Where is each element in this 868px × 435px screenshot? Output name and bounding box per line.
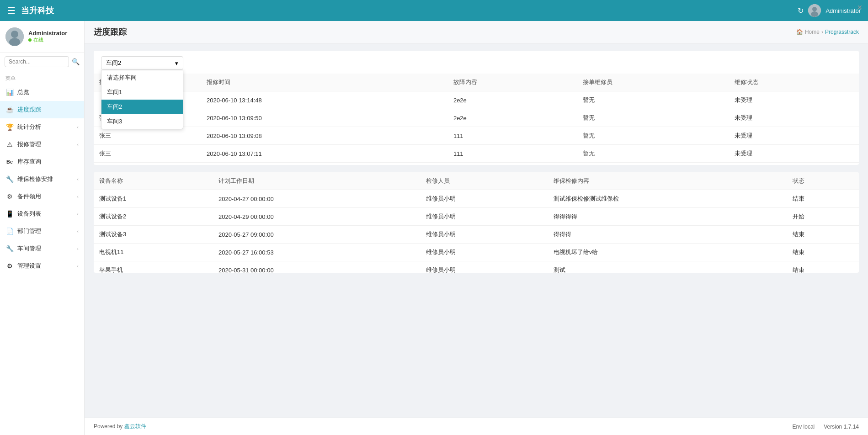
repair-cell-repairman: 暂无: [577, 109, 729, 127]
sidebar-item-maintenance[interactable]: 🔧 维保检修安排 ‹: [0, 170, 84, 188]
maint-cell-person: 维修员小明: [421, 226, 548, 244]
repair-col-content: 故障内容: [448, 74, 578, 91]
sidebar-user-info: Administrator 在线: [28, 30, 67, 43]
maint-cell-date: 2020-05-27 16:00:53: [213, 244, 421, 261]
sidebar-item-dept[interactable]: 📄 部门管理 ‹: [0, 223, 84, 240]
status-dot: [28, 38, 32, 42]
repair-table-row: 2020-06-10 13:14:48 2e2e 暂无 未受理: [94, 91, 859, 109]
repair-cell-time: 2020-06-10 13:09:08: [201, 127, 448, 145]
hamburger-icon[interactable]: ☰: [7, 5, 16, 16]
workshop-dropdown-arrow: ▾: [175, 60, 178, 67]
breadcrumb-sep: ›: [821, 29, 823, 35]
svg-point-4: [11, 31, 18, 38]
workshop-select-button[interactable]: 车间2 ▾: [101, 56, 183, 70]
maint-cell-date: 2020-05-31 00:00:00: [213, 261, 421, 273]
sidebar-label-maintenance: 维保检修安排: [17, 175, 53, 183]
sidebar-username: Administrator: [28, 30, 67, 37]
sidebar-label-stats: 统计分析: [17, 123, 41, 131]
maint-col-person: 检修人员: [421, 172, 548, 190]
maint-cell-device: 测试设备2: [94, 208, 213, 226]
maint-cell-date: 2020-04-27 00:00:00: [213, 190, 421, 208]
page-title: 进度跟踪: [94, 27, 127, 37]
repair-table-row: 张三 2020-06-10 13:09:08 111 暂无 未受理: [94, 127, 859, 145]
dept-chevron-icon: ‹: [77, 228, 79, 234]
sidebar-item-parts[interactable]: ⚙ 备件领用 ‹: [0, 188, 84, 205]
parts-chevron-icon: ‹: [77, 194, 79, 199]
repair-cell-content: 111: [448, 145, 578, 163]
sidebar-item-workshop[interactable]: 🔧 车间管理 ‹: [0, 240, 84, 257]
sidebar-item-settings[interactable]: ⚙ 管理设置 ‹: [0, 257, 84, 275]
sidebar-item-progress[interactable]: ☕ 进度跟踪: [0, 101, 84, 118]
repair-cell-repairman: 暂无: [577, 145, 729, 163]
stats-icon: 🏆: [5, 123, 14, 131]
maint-cell-date: 2020-04-29 00:00:00: [213, 208, 421, 226]
maint-cell-device: 测试设备3: [94, 226, 213, 244]
sidebar-item-stats[interactable]: 🏆 统计分析 ‹: [0, 118, 84, 136]
sidebar-label-dept: 部门管理: [17, 227, 41, 235]
sidebar-status: 在线: [28, 37, 67, 43]
main-layout: Administrator 在线 🔍 菜单 📊 总览 ☕ 进度跟踪: [0, 21, 868, 435]
repair-chevron-icon: ‹: [77, 142, 79, 147]
sidebar-item-repair[interactable]: ⚠ 报修管理 ‹: [0, 136, 84, 153]
svg-point-2: [811, 11, 818, 17]
sidebar-item-progress-left: ☕ 进度跟踪: [5, 106, 41, 114]
repair-table-row: 张三 2020-06-10 13:01:30 111 暂无 未受理: [94, 163, 859, 165]
maint-cell-content: 电视机坏了给v给: [548, 244, 788, 261]
progress-icon: ☕: [5, 106, 14, 113]
maint-cell-content: 得得得: [548, 226, 788, 244]
footer-powered: Powered by 鑫云软件: [94, 423, 146, 430]
maintenance-table-row: 测试设备1 2020-04-27 00:00:00 维修员小明 测试维保检修测试…: [94, 190, 859, 208]
sidebar-item-settings-left: ⚙ 管理设置: [5, 262, 41, 270]
repair-col-repairman: 接单维修员: [577, 74, 729, 91]
repair-card: — ✕ 车间2 ▾ 请选择车间 车间1 车间2 车间3: [94, 51, 859, 165]
maint-cell-date: 2020-05-27 09:00:00: [213, 226, 421, 244]
maintenance-table-scroll[interactable]: 设备名称 计划工作日期 检修人员 维保检修内容 状态 测试设备1 2020-04…: [94, 172, 859, 273]
sidebar-label-workshop: 车间管理: [17, 244, 41, 253]
workshop-dropdown: 请选择车间 车间1 车间2 车间3: [101, 70, 183, 129]
search-icon[interactable]: 🔍: [72, 58, 80, 65]
breadcrumb-current: Prograsstrack: [825, 29, 859, 35]
repair-cell-content: 111: [448, 127, 578, 145]
sidebar-user-section: Administrator 在线: [0, 21, 84, 53]
sidebar-item-inventory[interactable]: Be 库存查询: [0, 153, 84, 170]
refresh-icon[interactable]: ↻: [798, 6, 804, 15]
footer-powered-text: Powered by: [94, 423, 124, 430]
devices-icon: 📱: [5, 210, 14, 218]
sidebar-label-dashboard: 总览: [17, 88, 29, 96]
repair-table-scroll[interactable]: 报修人 报修时间 故障内容 接单维修员 维修状态 2020-06-10 13:1…: [94, 74, 859, 165]
maintenance-icon: 🔧: [5, 175, 14, 183]
repair-cell-status: 未受理: [729, 91, 859, 109]
dropdown-option-2[interactable]: 车间2: [101, 100, 183, 114]
sidebar-item-inventory-left: Be 库存查询: [5, 158, 41, 166]
sidebar-item-maintenance-left: 🔧 维保检修安排: [5, 175, 53, 183]
breadcrumb: 🏠 Home › Prograsstrack: [796, 29, 859, 35]
dropdown-option-1[interactable]: 车间1: [101, 85, 183, 100]
repair-table-wrapper: 报修人 报修时间 故障内容 接单维修员 维修状态 2020-06-10 13:1…: [94, 74, 859, 165]
sidebar-item-devices[interactable]: 📱 设备列表 ‹: [0, 205, 84, 223]
repair-cell-time: 2020-06-10 13:07:11: [201, 145, 448, 163]
repair-cell-repairman: 暂无: [577, 163, 729, 165]
maintenance-table-wrapper: 设备名称 计划工作日期 检修人员 维保检修内容 状态 测试设备1 2020-04…: [94, 172, 859, 273]
repair-cell-time: 2020-06-10 13:14:48: [201, 91, 448, 109]
dropdown-option-placeholder[interactable]: 请选择车间: [101, 70, 183, 85]
sidebar-item-workshop-left: 🔧 车间管理: [5, 244, 41, 253]
repair-cell-time: 2020-06-10 13:01:30: [201, 163, 448, 165]
search-input[interactable]: [5, 56, 69, 67]
maint-cell-status: 结束: [787, 244, 859, 261]
dropdown-option-3[interactable]: 车间3: [101, 114, 183, 129]
workshop-icon: 🔧: [5, 245, 14, 252]
user-avatar-top: [808, 4, 821, 17]
footer-right: Env local Version 1.7.14: [793, 424, 859, 430]
top-header: ☰ 当升科技 ↻ Administrator: [0, 0, 868, 21]
sidebar: Administrator 在线 🔍 菜单 📊 总览 ☕ 进度跟踪: [0, 21, 85, 435]
sidebar-item-repair-left: ⚠ 报修管理: [5, 140, 41, 149]
sidebar-item-dashboard[interactable]: 📊 总览: [0, 84, 84, 101]
workshop-selector[interactable]: 车间2 ▾ 请选择车间 车间1 车间2 车间3: [101, 56, 183, 70]
maint-cell-device: 测试设备1: [94, 190, 213, 208]
breadcrumb-home: Home: [805, 29, 820, 35]
repair-cell-content: 2e2e: [448, 109, 578, 127]
repair-col-time: 报修时间: [201, 74, 448, 91]
sidebar-section-label: 菜单: [0, 71, 84, 84]
dept-icon: 📄: [5, 228, 14, 235]
footer-link[interactable]: 鑫云软件: [124, 423, 146, 430]
